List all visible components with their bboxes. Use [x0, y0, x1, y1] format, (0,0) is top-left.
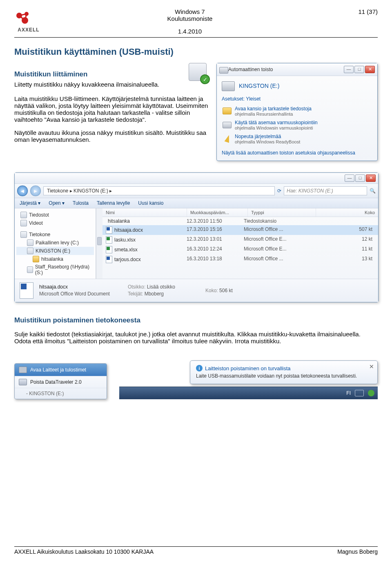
save-to-disk-button[interactable]: Tallenna levylle: [97, 200, 130, 206]
forward-button[interactable]: ►: [30, 186, 41, 196]
col-header-size[interactable]: Koko: [316, 208, 378, 217]
file-row[interactable]: hitsaaja.docx17.3.2010 15:16Microsoft Of…: [102, 225, 378, 235]
info-icon: i: [196, 365, 203, 371]
autoplay-title: Automaattinen toisto: [228, 67, 344, 72]
page-number: 11 (37): [337, 8, 378, 15]
autoplay-option-open[interactable]: Avaa kansio ja tarkastele tiedostoja ohj…: [222, 104, 372, 118]
excel-doc-icon: [106, 246, 112, 253]
maximize-button[interactable]: □: [354, 66, 364, 73]
tray-lang[interactable]: FI: [346, 390, 351, 396]
section-title: Muistitikun käyttäminen (USB-muisti): [14, 47, 378, 57]
footer-left: AXXELL Aikuiskoulutus Laaksokatu 10 1030…: [14, 548, 154, 555]
footer-right: Magnus Boberg: [337, 548, 378, 555]
detail-filename: hitsaaja.docx: [39, 284, 110, 291]
word-doc-icon: [20, 282, 33, 299]
safe-remove-balloon: ✕ i Laitteiston poistaminen on turvallis…: [190, 360, 378, 384]
drive-large-icon: [222, 81, 235, 91]
drive-icon: [20, 220, 27, 226]
drive-icon: [219, 65, 228, 74]
col-header-modified[interactable]: Muokkauspäiväm...: [187, 208, 248, 217]
subsection-2: Muistitikun poistaminen tietokoneesta: [14, 316, 378, 324]
refresh-button[interactable]: ⟳: [277, 188, 281, 194]
col-header-name[interactable]: Nimi: [102, 208, 187, 217]
excel-doc-icon: [106, 236, 112, 244]
breadcrumb[interactable]: Tietokone ▸ KINGSTON (E:) ▸: [43, 186, 275, 195]
organize-button[interactable]: Järjestä ▾: [20, 200, 40, 206]
logo-text: AXXELL: [14, 27, 43, 33]
details-pane: hitsaaja.docx Microsoft Office Word Docu…: [15, 279, 378, 302]
file-row[interactable]: tarjous.docx16.3.2010 13:18Microsoft Off…: [102, 255, 378, 264]
subsection-1: Muistitikun liittäminen: [14, 70, 209, 78]
tree-scrollbar[interactable]: [96, 208, 102, 279]
eject-item[interactable]: Poista DataTraveler 2.0: [15, 376, 107, 388]
drive-icon: [20, 212, 27, 218]
header-subtitle: Koulutusmoniste: [43, 15, 337, 22]
balloon-title: Laitteiston poistaminen on turvallista: [205, 365, 291, 371]
explorer-close-button[interactable]: ✕: [366, 174, 376, 182]
explorer-maximize-button[interactable]: □: [355, 174, 365, 182]
header-rule: [14, 37, 378, 38]
tree-item[interactable]: hitsalanka: [16, 255, 94, 263]
eject-context-menu: Avaa Laitteet ja tulostimet Poista DataT…: [14, 363, 107, 399]
logo: AXXELL: [14, 8, 43, 33]
folder-icon: [33, 256, 39, 262]
search-input[interactable]: Hae: KINGSTON (E:): [284, 186, 367, 195]
file-row[interactable]: lasku.xlsx12.3.2010 13:01Microsoft Offic…: [102, 235, 378, 245]
usb-icon: [19, 379, 27, 385]
paragraph-2: Laita muistitikku USB-liittimeen. Käyttö…: [14, 95, 209, 123]
header-date: 1.4.2010: [43, 28, 337, 35]
disk-icon: [223, 120, 232, 129]
system-tray: FI: [119, 387, 378, 399]
balloon-body: Laite USB-massamuistilaite voidaan nyt p…: [196, 373, 372, 379]
autoplay-option-backup[interactable]: Käytä tätä asemaa varmuuskopiointiin ohj…: [222, 118, 372, 132]
paragraph-3: Näytölle avautuu ikkuna jossa näkyy muis…: [14, 129, 209, 143]
folder-icon: [223, 106, 232, 115]
word-doc-icon: [106, 256, 112, 263]
group-label: Asetukset: Yleiset: [222, 96, 372, 102]
balloon-close-icon[interactable]: ✕: [369, 363, 374, 370]
keyboard-icon[interactable]: [355, 390, 364, 396]
detail-doctype: Microsoft Office Word Document: [39, 291, 110, 297]
drive-icon: [27, 266, 33, 273]
tree-item[interactable]: KINGSTON (E:): [16, 247, 94, 255]
print-button[interactable]: Tulosta: [73, 200, 89, 206]
drive-icon: [27, 239, 33, 246]
explorer-minimize-button[interactable]: —: [345, 174, 354, 182]
paragraph-1: Liitetty muistitikku näkyy kuvakkeena il…: [14, 81, 209, 88]
open-devices-item[interactable]: Avaa Laitteet ja tulostimet: [15, 364, 107, 376]
nav-tree: TiedostotVideotTietokonePaikallinen levy…: [15, 208, 96, 279]
open-button[interactable]: Open ▾: [49, 200, 65, 206]
header-title: Windows 7: [43, 8, 337, 15]
file-row[interactable]: hitsalanka12.3.2010 11:50Tiedostokansio: [102, 217, 378, 225]
tree-item[interactable]: Paikallinen levy (C:): [16, 239, 94, 247]
col-header-type[interactable]: Tyyppi: [248, 208, 316, 217]
autoplay-option-readyboost[interactable]: Nopeuta järjestelmää ohjelmalla Windows …: [222, 132, 372, 146]
usb-tray-icon: ✓: [189, 63, 209, 83]
tree-item[interactable]: Videot: [16, 219, 94, 227]
printer-icon: [19, 367, 27, 373]
boost-icon: [223, 134, 232, 143]
minimize-button[interactable]: —: [344, 66, 354, 73]
drive-icon: [20, 231, 27, 238]
back-button[interactable]: ◄: [17, 186, 28, 196]
search-icon[interactable]: 🔍: [370, 188, 376, 194]
file-row[interactable]: smeta.xlsx16.3.2010 12:24Microsoft Offic…: [102, 245, 378, 255]
drive-icon: [27, 248, 33, 254]
close-button[interactable]: ✕: [365, 66, 375, 73]
new-folder-button[interactable]: Uusi kansio: [138, 200, 163, 206]
word-doc-icon: [106, 226, 112, 234]
drive-label: KINGSTON (E:): [239, 83, 279, 89]
tree-item[interactable]: Staff_Raseborg (\\Hydra) (S:): [16, 263, 94, 276]
eject-subitem[interactable]: - KINGSTON (E:): [15, 388, 107, 399]
tree-item[interactable]: Tiedostot: [16, 211, 94, 219]
explorer-window: — □ ✕ ◄ ► Tietokone ▸ KINGSTON (E:) ▸ ⟳ …: [14, 172, 379, 302]
autoplay-window: Automaattinen toisto — □ ✕ KINGSTON (E:)…: [216, 63, 378, 161]
tray-usb-icon[interactable]: [368, 390, 374, 396]
autoplay-settings-link[interactable]: Näytä lisää automaattisen toiston asetuk…: [222, 150, 372, 156]
paragraph-4: Sulje kaikki tiedostot (tekstiasiakirjat…: [14, 331, 378, 344]
tree-item[interactable]: Tietokone: [16, 230, 94, 239]
